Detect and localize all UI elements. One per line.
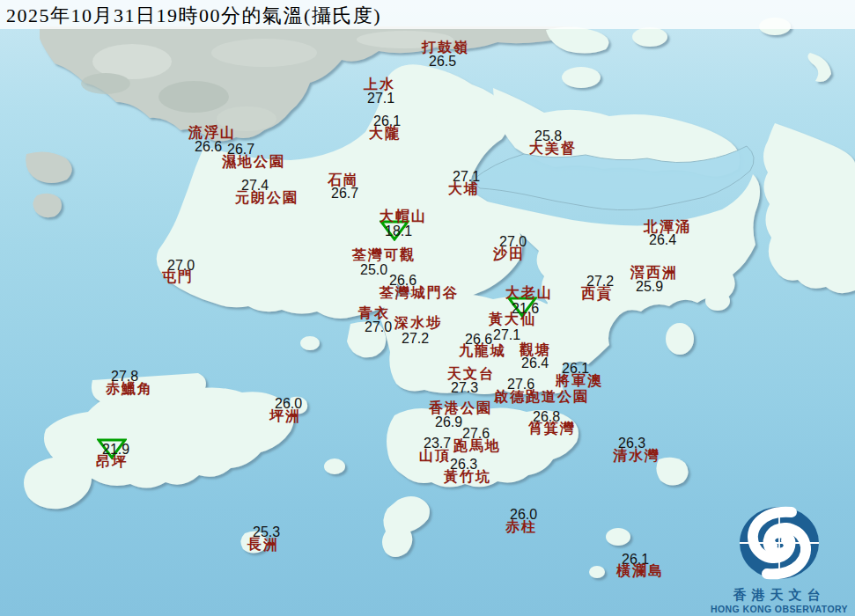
po-toi-island	[606, 528, 630, 546]
mirs-bay-island	[562, 67, 601, 88]
station-name: 打鼓嶺	[422, 40, 469, 55]
station-name: 九龍城	[459, 344, 506, 358]
station-value: 27.2	[402, 332, 429, 345]
title-bar: 2025年10月31日19時00分的氣溫(攝氏度)	[0, 0, 855, 29]
station-value: 25.0	[360, 263, 387, 276]
station-name: 大隴	[369, 127, 401, 141]
station-name: 濕地公園	[222, 155, 285, 169]
station-name: 荃灣可觀	[352, 248, 416, 262]
hko-logo-english-text: HONG KONG OBSERVATORY	[709, 604, 850, 614]
station-name: 長洲	[247, 538, 279, 552]
station-name: 滘西洲	[630, 266, 678, 280]
station-value: 26.7	[331, 187, 358, 200]
station-name: 石崗	[328, 173, 359, 187]
east-shore	[763, 123, 855, 293]
station-name: 清水灣	[613, 449, 660, 463]
station-name: 大美督	[529, 142, 577, 156]
waglan-island	[589, 566, 605, 578]
small-island	[705, 291, 730, 311]
small-island	[300, 336, 320, 350]
mirs-bay-island	[546, 26, 608, 53]
tung-lung-island	[656, 458, 688, 486]
station-name: 黃竹坑	[444, 470, 491, 484]
station-name: 將軍澳	[556, 374, 603, 388]
small-island	[666, 323, 694, 355]
station-name: 天文台	[447, 367, 495, 381]
station-name: 跑馬地	[453, 439, 501, 453]
map-title: 2025年10月31日19時00分的氣溫(攝氏度)	[6, 3, 381, 29]
station-name: 青衣	[358, 306, 390, 320]
station-name: 山頂	[419, 449, 451, 463]
station-name: 筲箕灣	[528, 422, 576, 436]
station-name: 流浮山	[188, 126, 236, 140]
station-name: 赤柱	[505, 520, 537, 534]
station-value: 27.1	[367, 92, 394, 105]
station-name: 西貢	[581, 287, 613, 301]
station-name: 大埔	[448, 182, 480, 196]
hko-logo-icon	[737, 506, 822, 582]
station-value: 26.5	[429, 55, 456, 68]
station-name: 黃大仙	[489, 312, 536, 326]
station-name: 深水埗	[394, 316, 442, 330]
lamma-island	[382, 496, 430, 557]
station-name: 坪洲	[269, 409, 301, 423]
station-name: 大老山	[505, 286, 553, 300]
station-value: 26.4	[649, 233, 676, 246]
station-name: 橫瀾島	[616, 564, 664, 578]
station-name: 觀塘	[520, 343, 551, 357]
station-value: 26.4	[521, 356, 549, 370]
station-value: 27.0	[365, 320, 392, 334]
station-value: 25.9	[636, 280, 663, 293]
station-name: 上水	[364, 77, 395, 92]
station-name: 昂坪	[96, 455, 128, 469]
lantau-southwest	[24, 456, 92, 509]
station-value: 26.9	[435, 415, 462, 429]
station-name: 沙田	[493, 247, 525, 261]
station-value: 27.3	[451, 381, 478, 394]
logo-crosshair-vertical	[778, 509, 780, 577]
station-name: 元朗公園	[235, 191, 299, 205]
hko-temperature-map-screen: 2025年10月31日19時00分的氣溫(攝氏度) 26.5打鼓嶺27.1上水2…	[0, 0, 855, 616]
small-island	[324, 458, 345, 474]
crescent-island	[807, 53, 831, 82]
station-name: 大帽山	[380, 209, 427, 224]
hko-logo-chinese-text: 香港天文台	[709, 587, 850, 604]
station-value: 18.1	[385, 224, 412, 238]
station-value: 27.1	[493, 328, 520, 341]
station-name: 屯門	[162, 270, 194, 284]
station-value: 26.6	[195, 140, 222, 153]
mirs-bay-island	[632, 27, 667, 47]
station-name: 啟德跑道公園	[494, 390, 589, 404]
station-name: 荃灣城門谷	[380, 286, 459, 300]
station-name: 北潭涌	[644, 220, 691, 234]
hko-logo: 香港天文台 HONG KONG OBSERVATORY	[709, 506, 850, 614]
station-name: 赤鱲角	[106, 382, 153, 396]
station-name: 香港公園	[429, 401, 492, 415]
